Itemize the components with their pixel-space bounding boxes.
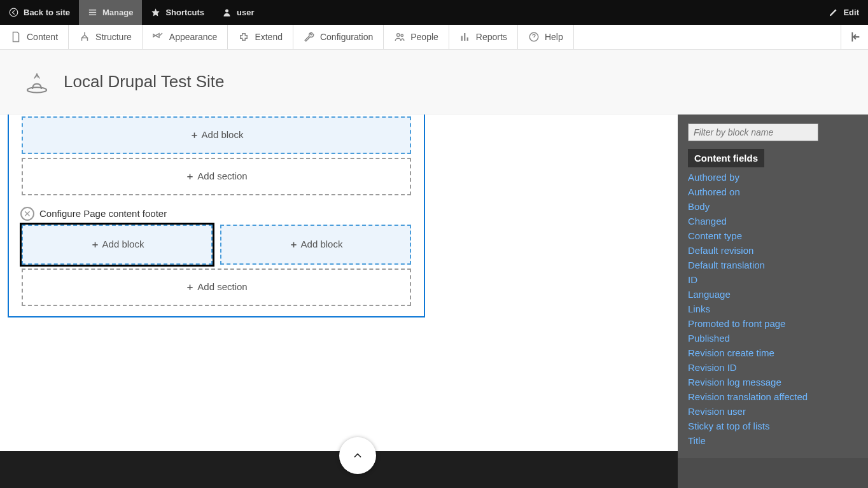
block-list: Authored byAuthored onBodyChangedContent… — [678, 167, 868, 458]
nav-extend-label: Extend — [255, 32, 283, 42]
add-block-footer-left[interactable]: ＋Add block — [22, 225, 213, 265]
block-filter-input[interactable] — [688, 123, 818, 141]
star-icon — [151, 8, 160, 17]
block-option[interactable]: ID — [688, 272, 858, 287]
block-chooser-panel: Choose a block ✕ Create custom block Con… — [678, 50, 868, 488]
block-option[interactable]: Body — [688, 199, 858, 214]
back-to-site-button[interactable]: Back to site — [0, 0, 79, 25]
nav-extend[interactable]: Extend — [228, 25, 293, 49]
shortcuts-button[interactable]: Shortcuts — [142, 0, 213, 25]
nav-people[interactable]: People — [384, 25, 449, 49]
block-option[interactable]: Revision translation affected — [688, 389, 858, 404]
add-block-region-1[interactable]: ＋Add block — [22, 116, 411, 154]
content-icon — [10, 31, 22, 43]
block-option[interactable]: Default revision — [688, 243, 858, 258]
user-icon — [222, 8, 232, 17]
svg-point-1 — [225, 10, 228, 13]
add-section-label: Add section — [197, 171, 247, 181]
manage-button[interactable]: Manage — [79, 0, 142, 25]
admin-toolbar: Content Structure Appearance Extend Conf… — [0, 25, 868, 50]
block-option[interactable]: Title — [688, 433, 858, 448]
block-category-heading: Content fields — [688, 149, 764, 167]
nav-appearance[interactable]: Appearance — [143, 25, 228, 49]
nav-configuration[interactable]: Configuration — [293, 25, 384, 49]
nav-reports[interactable]: Reports — [449, 25, 518, 49]
add-block-label: Add block — [301, 239, 343, 249]
nav-people-label: People — [410, 32, 438, 42]
block-option[interactable]: Revision create time — [688, 345, 858, 360]
remove-section-button[interactable]: ✕ — [20, 207, 34, 221]
appearance-icon — [153, 31, 164, 43]
add-block-label: Add block — [202, 129, 244, 140]
svg-point-0 — [10, 8, 18, 17]
nav-help[interactable]: Help — [518, 25, 574, 49]
block-option[interactable]: Promoted to front page — [688, 316, 858, 331]
people-icon — [394, 31, 405, 43]
block-option[interactable]: Revision ID — [688, 360, 858, 375]
add-section-label: Add section — [197, 281, 247, 292]
block-option[interactable]: Language — [688, 287, 858, 302]
filter-wrap — [678, 115, 868, 145]
extend-icon — [238, 31, 249, 43]
site-name: Local Drupal Test Site — [64, 72, 224, 92]
add-block-footer-right[interactable]: ＋Add block — [220, 225, 411, 265]
configure-footer-link[interactable]: Configure Page content footer — [39, 208, 167, 219]
block-option[interactable]: Published — [688, 331, 858, 345]
plus-icon: ＋ — [90, 239, 100, 249]
nav-help-label: Help — [545, 32, 563, 42]
user-button[interactable]: user — [213, 0, 263, 25]
block-option[interactable]: Links — [688, 302, 858, 316]
plus-icon: ＋ — [185, 171, 195, 181]
block-option[interactable]: Changed — [688, 214, 858, 228]
back-label: Back to site — [24, 8, 70, 17]
block-chooser-scroll[interactable]: Choose a block ✕ Create custom block Con… — [678, 50, 868, 488]
block-option[interactable]: Default translation — [688, 258, 858, 272]
user-label: user — [237, 8, 254, 17]
site-header: Local Drupal Test Site — [0, 50, 868, 115]
collapse-icon — [848, 30, 862, 44]
nav-configuration-label: Configuration — [320, 32, 373, 42]
manage-label: Manage — [102, 8, 133, 17]
block-option[interactable]: Sticky at top of lists — [688, 419, 858, 433]
svg-point-2 — [397, 34, 400, 37]
scroll-up-button[interactable] — [339, 437, 376, 474]
nav-content[interactable]: Content — [0, 25, 69, 49]
footer-section-columns: ＋Add block ＋Add block — [22, 225, 411, 265]
add-section-1[interactable]: ＋Add section — [22, 158, 411, 195]
block-option[interactable]: Revision user — [688, 404, 858, 419]
nav-structure[interactable]: Structure — [69, 25, 143, 49]
add-block-label: Add block — [102, 239, 144, 249]
block-option[interactable]: Authored by — [688, 170, 858, 185]
reports-icon — [459, 31, 471, 43]
svg-point-3 — [401, 34, 403, 36]
pencil-icon — [829, 8, 838, 17]
help-icon — [528, 31, 540, 43]
nav-appearance-label: Appearance — [169, 32, 218, 42]
chevron-up-icon — [351, 449, 364, 462]
edit-label: Edit — [843, 8, 859, 17]
add-section-2[interactable]: ＋Add section — [22, 268, 411, 306]
toolbar-collapse[interactable] — [841, 25, 868, 49]
edit-button[interactable]: Edit — [820, 0, 868, 25]
shortcuts-label: Shortcuts — [165, 8, 204, 17]
block-option[interactable]: Authored on — [688, 185, 858, 199]
block-option[interactable]: Revision log message — [688, 375, 858, 389]
back-icon — [9, 8, 18, 17]
wrench-icon — [304, 31, 315, 43]
nav-content-label: Content — [27, 32, 58, 42]
nav-reports-label: Reports — [476, 32, 507, 42]
block-option[interactable]: Content type — [688, 228, 858, 243]
nav-structure-label: Structure — [95, 32, 132, 42]
plus-icon: ＋ — [185, 281, 195, 292]
section-config-footer: ✕ Configure Page content footer — [20, 207, 424, 221]
hamburger-icon — [88, 8, 97, 17]
plus-icon: ＋ — [289, 239, 298, 249]
top-toolbar: Back to site Manage Shortcuts user Edit — [0, 0, 868, 25]
svg-point-5 — [27, 87, 46, 92]
plus-icon: ＋ — [190, 129, 199, 140]
structure-icon — [79, 31, 90, 43]
site-logo-icon — [23, 68, 51, 96]
